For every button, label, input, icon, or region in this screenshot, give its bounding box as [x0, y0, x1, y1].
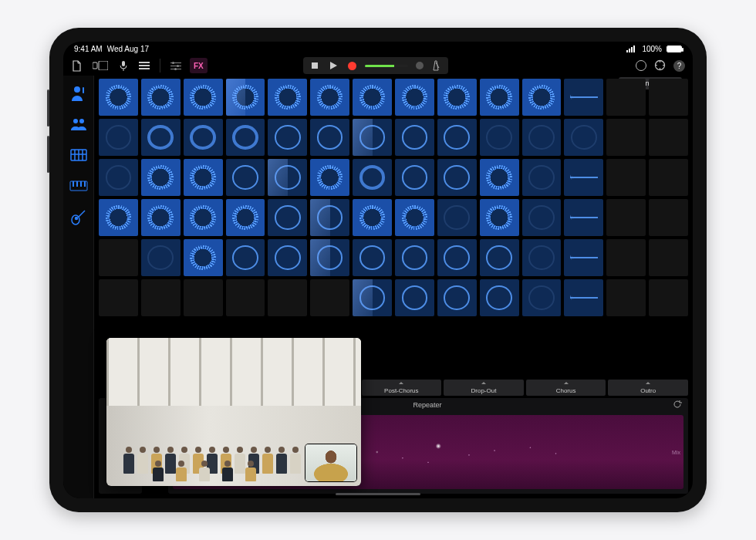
loop-cell[interactable]: [184, 119, 223, 156]
loop-cell[interactable]: [480, 119, 519, 156]
loop-cell[interactable]: [522, 119, 562, 156]
loop-cell[interactable]: [395, 119, 434, 156]
loop-cell[interactable]: [649, 79, 688, 116]
loop-cell[interactable]: [268, 199, 307, 236]
loop-cell[interactable]: [310, 279, 349, 316]
loop-cell[interactable]: [480, 199, 519, 236]
loop-cell[interactable]: [353, 279, 392, 316]
loop-cell[interactable]: [268, 119, 307, 156]
keyboard-track-icon[interactable]: [69, 176, 89, 196]
loop-cell[interactable]: [564, 159, 603, 196]
settings-button[interactable]: [654, 59, 666, 73]
loop-cell[interactable]: [141, 199, 181, 236]
loop-cell[interactable]: [564, 119, 603, 156]
loop-cell[interactable]: [606, 279, 646, 316]
metronome-button[interactable]: [431, 60, 442, 71]
my-songs-button[interactable]: [68, 58, 86, 73]
loop-cell[interactable]: [226, 79, 265, 116]
loop-cell[interactable]: [395, 239, 434, 276]
loop-cell[interactable]: [606, 159, 646, 196]
loop-cell[interactable]: [606, 79, 646, 116]
guitar-track-icon[interactable]: [69, 207, 89, 227]
loop-cell[interactable]: [606, 239, 646, 276]
loop-cell[interactable]: [395, 79, 434, 116]
loop-cell[interactable]: [480, 159, 519, 196]
loop-cell[interactable]: [184, 199, 223, 236]
loop-cell[interactable]: [141, 239, 181, 276]
loop-cell[interactable]: [226, 199, 265, 236]
loop-cell[interactable]: [480, 239, 519, 276]
loop-cell[interactable]: [353, 159, 392, 196]
loop-cell[interactable]: [184, 239, 223, 276]
loop-cell[interactable]: [226, 159, 265, 196]
loop-cell[interactable]: [268, 159, 307, 196]
loop-cell[interactable]: [99, 279, 138, 316]
loop-button[interactable]: [636, 60, 646, 71]
loop-cell[interactable]: [437, 279, 477, 316]
loop-cell[interactable]: [437, 239, 477, 276]
loop-cell[interactable]: [226, 119, 265, 156]
loop-cell[interactable]: [522, 279, 562, 316]
loop-cell[interactable]: [564, 79, 603, 116]
loop-cell[interactable]: [353, 79, 392, 116]
loop-cell[interactable]: [310, 199, 349, 236]
loop-cell[interactable]: [310, 239, 349, 276]
loop-cell[interactable]: [353, 199, 392, 236]
loop-cell[interactable]: [184, 279, 223, 316]
loop-cell[interactable]: [395, 159, 434, 196]
loop-grid[interactable]: [94, 76, 693, 380]
loop-cell[interactable]: [480, 79, 519, 116]
pip-self-video[interactable]: [305, 444, 356, 481]
stop-button[interactable]: [309, 60, 320, 71]
master-volume-knob[interactable]: [416, 62, 424, 69]
loop-cell[interactable]: [268, 239, 307, 276]
loop-cell[interactable]: [480, 279, 519, 316]
track-controls-button[interactable]: [167, 58, 185, 73]
loop-cell[interactable]: [437, 199, 477, 236]
loop-cell[interactable]: [437, 119, 477, 156]
loop-cell[interactable]: [353, 239, 392, 276]
loop-cell[interactable]: [184, 159, 223, 196]
home-indicator[interactable]: [336, 493, 420, 495]
drum-machine-track-icon[interactable]: [69, 145, 89, 165]
loop-cell[interactable]: [99, 159, 138, 196]
loop-cell[interactable]: [649, 199, 688, 236]
section-button[interactable]: Outro: [608, 380, 688, 396]
loop-cell[interactable]: [649, 159, 688, 196]
loop-cell[interactable]: [141, 119, 181, 156]
fx-button[interactable]: FX: [190, 58, 208, 73]
loop-cell[interactable]: [606, 119, 646, 156]
reset-icon[interactable]: [673, 400, 682, 410]
mic-button[interactable]: [115, 58, 132, 73]
loop-cell[interactable]: [268, 79, 307, 116]
loop-cell[interactable]: [522, 79, 562, 116]
loop-cell[interactable]: [606, 199, 646, 236]
loop-cell[interactable]: [522, 159, 562, 196]
record-button[interactable]: [346, 60, 357, 71]
loop-cell[interactable]: [310, 119, 349, 156]
loop-cell[interactable]: [99, 79, 138, 116]
loop-cell[interactable]: [141, 159, 181, 196]
tracks-view-button[interactable]: [135, 58, 154, 73]
loop-cell[interactable]: [395, 279, 434, 316]
loop-cell[interactable]: [310, 159, 349, 196]
loop-cell[interactable]: [564, 279, 603, 316]
facetime-pip-window[interactable]: [106, 338, 361, 486]
loop-cell[interactable]: [184, 79, 223, 116]
loop-cell[interactable]: [649, 119, 688, 156]
loop-cell[interactable]: [226, 239, 265, 276]
loop-cell[interactable]: [99, 119, 138, 156]
loop-cell[interactable]: [437, 79, 477, 116]
group-track-icon[interactable]: [69, 114, 89, 134]
loop-cell[interactable]: [522, 199, 562, 236]
loop-cell[interactable]: [226, 279, 265, 316]
help-button[interactable]: ?: [673, 60, 685, 72]
loop-cell[interactable]: [310, 79, 349, 116]
loop-cell[interactable]: [649, 239, 688, 276]
loop-cell[interactable]: [564, 239, 603, 276]
loop-cell[interactable]: [99, 199, 138, 236]
loop-cell[interactable]: [353, 119, 392, 156]
section-button[interactable]: Chorus: [526, 380, 606, 396]
vocalist-track-icon[interactable]: [69, 83, 89, 103]
section-button[interactable]: Post-Chorus: [362, 380, 442, 396]
